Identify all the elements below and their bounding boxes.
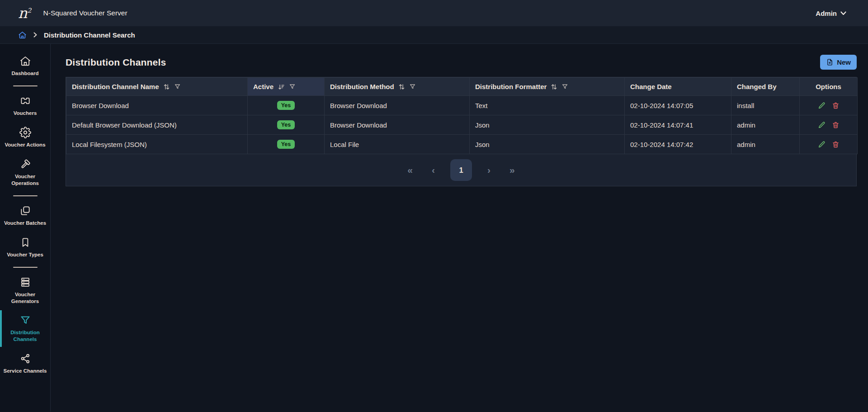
column-header-formatter[interactable]: Distribution Formatter	[470, 78, 625, 96]
cell-options	[800, 96, 858, 115]
trash-icon	[832, 121, 840, 129]
sidebar-item-label: Voucher Actions	[5, 142, 45, 148]
cell-method: Browser Download	[325, 96, 470, 115]
status-badge: Yes	[277, 140, 295, 149]
sidebar-item-label: Dashboard	[11, 70, 38, 77]
status-badge: Yes	[277, 120, 295, 130]
sidebar-item-voucher-operations[interactable]: Voucher Operations	[0, 153, 50, 192]
user-menu-label: Admin	[816, 9, 837, 17]
sidebar-divider	[13, 85, 38, 86]
delete-button[interactable]	[832, 141, 840, 148]
cell-changed-by: admin	[731, 115, 800, 135]
cell-change-date: 02-10-2024 14:07:41	[625, 115, 731, 135]
sidebar-item-vouchers[interactable]: Vouchers	[0, 90, 50, 122]
pagination-first-button[interactable]: «	[404, 163, 416, 177]
sidebar-item-label: Voucher Batches	[4, 220, 46, 227]
new-button[interactable]: New	[820, 55, 857, 70]
user-menu-dropdown[interactable]: Admin	[816, 9, 846, 17]
column-header-changed-by: Changed By	[731, 78, 800, 96]
cell-formatter: Json	[470, 115, 625, 135]
status-badge: Yes	[277, 101, 295, 110]
column-header-active[interactable]: Active	[248, 78, 325, 96]
app-logo: n2	[18, 6, 32, 20]
cell-channel-name: Default Browser Download (JSON)	[66, 115, 248, 135]
delete-button[interactable]	[832, 102, 840, 109]
cell-change-date: 02-10-2024 14:07:05	[625, 96, 731, 115]
pencil-icon	[818, 121, 826, 129]
ticket-icon	[19, 95, 31, 107]
sort-icon[interactable]	[551, 83, 557, 90]
cell-channel-name: Local Filesystem (JSON)	[66, 135, 248, 154]
sort-icon[interactable]	[398, 83, 405, 90]
breadcrumb: Distribution Channel Search	[0, 26, 868, 44]
sidebar-item-voucher-batches[interactable]: Voucher Batches	[0, 200, 50, 232]
sort-desc-icon[interactable]	[278, 83, 285, 90]
pencil-icon	[818, 141, 826, 148]
cell-formatter: Text	[470, 96, 625, 115]
pagination-next-button[interactable]: ›	[484, 163, 494, 177]
column-header-name[interactable]: Distribution Channel Name	[66, 78, 248, 96]
cell-channel-name: Browser Download	[66, 96, 248, 115]
app-title: N-Squared Voucher Server	[43, 9, 127, 17]
hammer-icon	[19, 158, 31, 170]
share-nodes-icon	[19, 353, 31, 365]
funnel-icon	[19, 314, 31, 326]
gear-icon	[19, 127, 31, 138]
sidebar-item-service-channels[interactable]: Service Channels	[0, 348, 50, 379]
sidebar-item-distribution-channels[interactable]: Distribution Channels	[0, 309, 50, 348]
pagination-current-page[interactable]: 1	[450, 159, 472, 181]
cell-active: Yes	[248, 96, 325, 115]
table-row: Local Filesystem (JSON) Yes Local File J…	[66, 135, 858, 154]
pagination-prev-button[interactable]: ‹	[428, 163, 439, 177]
chevron-down-icon	[840, 11, 846, 15]
distribution-channels-table: Distribution Channel Name Active Distrib…	[66, 77, 857, 186]
delete-button[interactable]	[832, 121, 840, 129]
chevron-right-icon	[33, 32, 37, 38]
cell-options	[800, 115, 858, 135]
sort-icon[interactable]	[163, 83, 170, 90]
edit-button[interactable]	[818, 141, 826, 148]
server-icon	[19, 276, 31, 288]
breadcrumb-current-page: Distribution Channel Search	[44, 31, 135, 39]
filter-icon[interactable]	[409, 83, 416, 90]
top-bar: n2 N-Squared Voucher Server Admin	[0, 0, 868, 26]
copy-icon	[19, 205, 31, 217]
home-icon	[19, 55, 31, 67]
column-header-method[interactable]: Distribution Method	[325, 78, 470, 96]
cell-active: Yes	[248, 135, 325, 154]
filter-icon[interactable]	[289, 83, 296, 90]
pencil-icon	[818, 102, 826, 109]
filter-icon[interactable]	[174, 83, 181, 90]
sidebar-divider	[13, 195, 38, 196]
cell-active: Yes	[248, 115, 325, 135]
sidebar-item-dashboard[interactable]: Dashboard	[0, 50, 50, 82]
new-button-label: New	[837, 58, 851, 66]
edit-button[interactable]	[818, 102, 826, 109]
cell-formatter: Json	[470, 135, 625, 154]
sidebar-item-voucher-generators[interactable]: Voucher Generators	[0, 271, 50, 310]
sidebar-item-voucher-actions[interactable]: Voucher Actions	[0, 122, 50, 153]
sidebar-item-label: Voucher Types	[7, 251, 43, 258]
cell-changed-by: install	[731, 96, 800, 115]
pagination-last-button[interactable]: »	[506, 163, 519, 177]
cell-change-date: 02-10-2024 14:07:42	[625, 135, 731, 154]
filter-icon[interactable]	[561, 83, 568, 90]
cell-changed-by: admin	[731, 135, 800, 154]
sidebar-item-label: Voucher Generators	[3, 291, 47, 305]
sidebar-item-voucher-types[interactable]: Voucher Types	[0, 232, 50, 263]
sidebar-divider	[13, 267, 38, 268]
file-plus-icon	[826, 58, 834, 66]
table-row: Default Browser Download (JSON) Yes Brow…	[66, 115, 858, 135]
main-content: Distribution Channels New Distrib	[51, 44, 868, 412]
table-row: Browser Download Yes Browser Download Te…	[66, 96, 858, 115]
sidebar-item-label: Voucher Operations	[3, 173, 47, 187]
edit-button[interactable]	[818, 121, 826, 129]
cell-options	[800, 135, 858, 154]
home-icon[interactable]	[18, 31, 27, 39]
sidebar-item-label: Vouchers	[14, 110, 37, 117]
sidebar-item-label: Distribution Channels	[3, 329, 47, 343]
table-header-row: Distribution Channel Name Active Distrib…	[66, 78, 858, 96]
cell-method: Local File	[325, 135, 470, 154]
column-header-change-date: Change Date	[625, 78, 731, 96]
trash-icon	[832, 102, 840, 109]
